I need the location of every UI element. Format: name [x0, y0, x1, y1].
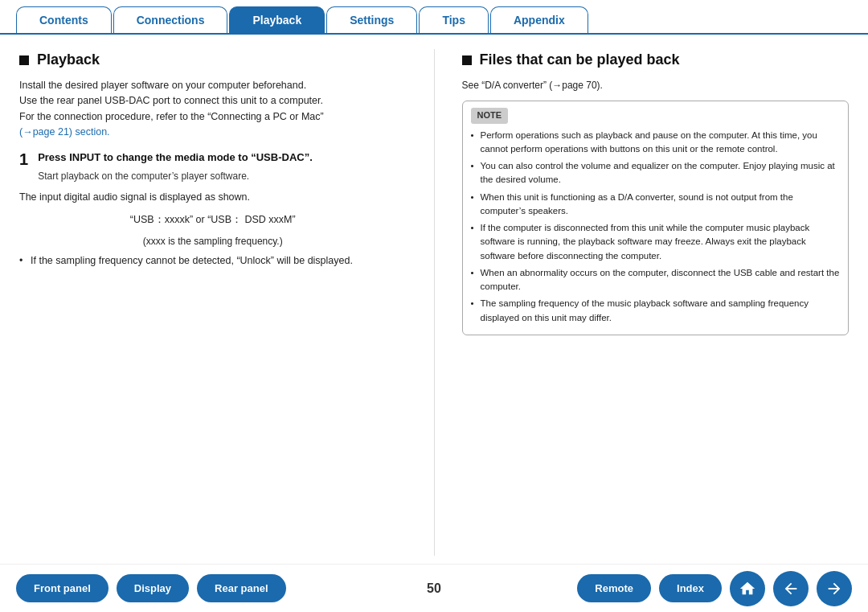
remote-button[interactable]: Remote: [577, 574, 651, 602]
title-square-icon-right: [462, 55, 472, 65]
back-button[interactable]: [773, 571, 809, 606]
note-item-5: When an abnormality occurs on the comput…: [471, 266, 841, 294]
step-content: Press INPUT to change the media mode to …: [38, 150, 313, 183]
page-number: 50: [410, 581, 458, 596]
tab-tips[interactable]: Tips: [419, 6, 489, 33]
display-button[interactable]: Display: [117, 574, 189, 602]
front-panel-button[interactable]: Front panel: [16, 574, 108, 602]
right-section-title: Files that can be played back: [462, 49, 850, 72]
intro-line3: For the connection procedure, refer to t…: [19, 109, 407, 125]
note-item-1: Perform operations such as playback and …: [471, 129, 841, 157]
forward-arrow-icon: [825, 580, 843, 598]
note-item-3: When this unit is functioning as a D/A c…: [471, 191, 841, 219]
left-column: Playback Install the desired player soft…: [19, 49, 407, 556]
note-box: NOTE Perform operations such as playback…: [462, 101, 850, 335]
intro-line2: Use the rear panel USB-DAC port to conne…: [19, 93, 407, 109]
notes-list: Perform operations such as playback and …: [471, 129, 841, 325]
home-button[interactable]: [730, 571, 765, 606]
unlock-note: • If the sampling frequency cannot be de…: [19, 253, 407, 269]
left-title-text: Playback: [37, 49, 100, 72]
right-title-text: Files that can be played back: [480, 49, 680, 72]
index-button[interactable]: Index: [659, 574, 722, 602]
tab-playback[interactable]: Playback: [229, 6, 325, 33]
bottom-right-buttons: Remote Index: [458, 571, 852, 606]
back-arrow-icon: [782, 580, 800, 598]
main-content: Playback Install the desired player soft…: [0, 35, 868, 564]
intro-line4: (→page 21) section.: [19, 125, 407, 140]
rear-panel-button[interactable]: Rear panel: [197, 574, 285, 602]
column-divider: [434, 49, 435, 556]
page21-link[interactable]: (→page 21) section.: [19, 126, 110, 138]
step-subtitle: Start playback on the computer’s player …: [38, 169, 313, 184]
top-navigation: Contents Connections Playback Settings T…: [0, 0, 868, 35]
note-label: NOTE: [471, 108, 509, 123]
step-title: Press INPUT to change the media mode to …: [38, 150, 313, 166]
tab-contents[interactable]: Contents: [16, 6, 112, 33]
step-number: 1: [19, 150, 28, 183]
forward-button[interactable]: [817, 571, 852, 606]
see-ref: See “D/A converter” (→page 70).: [462, 78, 850, 93]
note-item-2: You can also control the volume and equa…: [471, 159, 841, 187]
usb-display-line1: “USB：xxxxk” or “USB： DSD xxxM”: [19, 212, 407, 228]
usb-display-line2: (xxxx is the sampling frequency.): [19, 234, 407, 249]
home-icon: [739, 580, 756, 598]
note-item-6: The sampling frequency of the music play…: [471, 297, 841, 325]
tab-connections[interactable]: Connections: [113, 6, 228, 33]
tab-appendix[interactable]: Appendix: [490, 6, 588, 33]
note-item-4: If the computer is disconnected from thi…: [471, 221, 841, 263]
signal-text: The input digital audio signal is displa…: [19, 190, 407, 205]
step-row: 1 Press INPUT to change the media mode t…: [19, 150, 407, 183]
intro-line1: Install the desired player software on y…: [19, 78, 407, 93]
right-column: Files that can be played back See “D/A c…: [462, 49, 850, 556]
bottom-bar: Front panel Display Rear panel 50 Remote…: [0, 564, 868, 612]
bottom-left-buttons: Front panel Display Rear panel: [16, 574, 410, 602]
title-square-icon: [19, 55, 29, 65]
left-section-title: Playback: [19, 49, 407, 72]
tab-settings[interactable]: Settings: [326, 6, 417, 33]
